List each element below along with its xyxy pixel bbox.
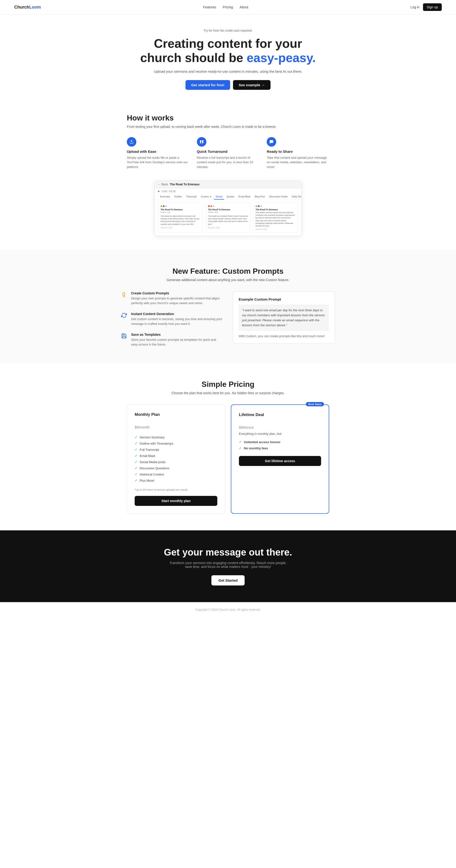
example-box-title: Example Custom Prompt xyxy=(239,297,329,301)
hero-headline-highlight: easy-peasy. xyxy=(247,51,316,65)
card-1-title: The Road To Emmaus xyxy=(161,208,200,211)
tab-quotes[interactable]: Quotes xyxy=(225,194,236,199)
lifetime-intro: Everything in monthly plan, but: xyxy=(239,432,321,436)
tab-email-blast[interactable]: Email Blast xyxy=(236,194,252,199)
card-3-title: The Road To Emmaus xyxy=(256,208,295,211)
custom-feature-2-desc: Get custom content in seconds, saving yo… xyxy=(131,317,223,326)
demo-tabs: Summary Outline Transcript Custom ✦ Soci… xyxy=(155,194,301,200)
monthly-note: *Up to 25 hours of sermon uploads per mo… xyxy=(135,488,217,491)
feature-outline: ✓Outline with Timestamps xyxy=(135,441,217,445)
custom-feature-1-content: Create Custom Prompts Design your own pr… xyxy=(131,291,223,305)
nav-link-about[interactable]: About xyxy=(240,5,249,9)
get-started-button[interactable]: Get started for free! xyxy=(186,80,230,90)
feature-transcript: ✓Full Transcript xyxy=(135,447,217,452)
refresh-icon xyxy=(121,312,128,319)
hero-headline-1: Creating content for your xyxy=(154,37,302,50)
hero-section: Try for free! No credit card required. C… xyxy=(0,14,456,99)
get-lifetime-button[interactable]: Get lifetime access xyxy=(239,456,321,466)
hero-headline-2: church should be xyxy=(140,51,247,65)
feature-2-title: Quick Turnaround xyxy=(197,150,259,154)
custom-feature-1-title: Create Custom Prompts xyxy=(131,291,223,295)
login-button[interactable]: Log in xyxy=(411,5,419,9)
custom-prompts-title: New Feature: Custom Prompts xyxy=(121,267,335,276)
dot-red-2 xyxy=(208,205,210,207)
card-2-author: Pastor Jack xyxy=(208,211,248,213)
see-example-button[interactable]: See example → xyxy=(233,80,270,90)
custom-feature-1-desc: Design your own prompts to generate spec… xyxy=(131,296,223,305)
feature-share: Ready to Share Take that content and spr… xyxy=(267,137,329,169)
example-note-text: With Custom, you can create prompts like… xyxy=(239,334,329,338)
how-it-works-section: How it works From testing your first upl… xyxy=(0,99,456,250)
card-1-date: March 30, 2024 xyxy=(161,227,200,228)
lifetime-features-list: ✓Unlimited access forever ✓No monthly fe… xyxy=(239,440,321,450)
nav-links: Features Pricing About xyxy=(203,5,249,9)
logo-text-church: Church xyxy=(14,5,29,9)
how-it-works-subtitle: From testing your first upload, to comin… xyxy=(127,125,329,128)
dot-blue-1 xyxy=(163,205,165,207)
dot-gray-1 xyxy=(165,205,167,207)
dot-orange-2 xyxy=(210,205,212,207)
dot-gray-2 xyxy=(213,205,215,207)
tab-daily[interactable]: Daily Devotions xyxy=(290,194,301,199)
pricing-grid: Monthly Plan $9/month ✓Sermon Summary ✓O… xyxy=(127,404,329,514)
custom-feature-2-title: Instant Content Generation xyxy=(131,312,223,316)
monthly-plan-name: Monthly Plan xyxy=(135,412,217,417)
feature-1-desc: Simply upload the audio file or paste a … xyxy=(127,155,189,169)
feature-turnaround: Quick Turnaround Receive a full transcri… xyxy=(197,137,259,169)
feature-plus: ✓Plus More! xyxy=(135,478,217,483)
feature-3-title: Ready to Share xyxy=(267,150,329,154)
tab-summary[interactable]: Summary xyxy=(158,194,172,199)
monthly-features-list: ✓Sermon Summary ✓Outline with Timestamps… xyxy=(135,435,217,483)
pricing-section: Simple Pricing Choose the plan that work… xyxy=(0,363,456,530)
feature-sermon-summary: ✓Sermon Summary xyxy=(135,435,217,439)
lifetime-plan-price: $99/once xyxy=(239,420,321,431)
dot-yellow-1 xyxy=(161,205,162,207)
tab-transcript[interactable]: Transcript xyxy=(184,194,198,199)
demo-card-3: The Road To Emmaus This week's sermon de… xyxy=(253,203,298,233)
example-custom-prompt-box: Example Custom Prompt "I want to send on… xyxy=(233,291,335,344)
tab-discussion[interactable]: Discussion Guide xyxy=(267,194,290,199)
navbar: ChurchLoom Features Pricing About Log in… xyxy=(0,0,456,14)
hero-try-label: Try for free! No credit card required. xyxy=(138,29,318,32)
check-icon: ✓ xyxy=(239,446,242,450)
start-monthly-button[interactable]: Start monthly plan xyxy=(135,496,217,506)
demo-sermon-title: The Road To Emmaus xyxy=(170,183,199,186)
tab-blog-post[interactable]: Blog Post xyxy=(253,194,267,199)
nav-link-pricing[interactable]: Pricing xyxy=(223,5,233,9)
custom-feature-3-content: Save as Templates Store your favorite cu… xyxy=(131,333,223,347)
pricing-subtitle: Choose the plan that works best for you.… xyxy=(127,391,329,395)
lifetime-plan-name: Lifetime Deal xyxy=(239,412,321,417)
cta-title: Get your message out there. xyxy=(6,547,450,558)
tab-outline[interactable]: Outline xyxy=(172,194,184,199)
check-icon: ✓ xyxy=(135,466,138,470)
card-1-text: This week we talked about the power and … xyxy=(161,215,200,225)
signup-button[interactable]: Sign up xyxy=(423,3,442,11)
feature-no-fees: ✓No monthly fees xyxy=(239,446,321,450)
feature-social: ✓Social Media posts xyxy=(135,460,217,464)
feature-3-desc: Take that content and spread your messag… xyxy=(267,155,329,169)
lightbulb-icon xyxy=(121,292,128,299)
feature-2-desc: Receive a full transcript and a bunch of… xyxy=(197,155,259,169)
nav-link-features[interactable]: Features xyxy=(203,5,216,9)
feature-email: ✓Email Blast xyxy=(135,454,217,458)
tab-custom[interactable]: Custom ✦ xyxy=(199,194,214,199)
check-icon: ✓ xyxy=(135,447,138,452)
share-icon xyxy=(267,137,276,147)
pricing-card-lifetime: Best Value Lifetime Deal $99/once Everyt… xyxy=(231,404,329,514)
quote-icon xyxy=(197,137,206,147)
custom-feature-1: Create Custom Prompts Design your own pr… xyxy=(121,291,223,305)
save-icon xyxy=(121,333,128,340)
demo-container: ← Back The Road To Emmaus ▶ 0:00 / 39:38… xyxy=(154,181,302,236)
footer-copyright: Copyright © 2024 Church Loom. All rights… xyxy=(195,608,261,611)
feature-1-title: Upload with Ease xyxy=(127,150,189,154)
dot-yellow-3 xyxy=(256,205,257,207)
tab-social[interactable]: Social xyxy=(214,194,224,199)
pricing-card-monthly: Monthly Plan $9/month ✓Sermon Summary ✓O… xyxy=(127,404,225,514)
upload-icon xyxy=(127,137,136,147)
card-3-text: This week's sermon delved into the profo… xyxy=(256,211,295,227)
example-quote-text: "I want to send one email per day for th… xyxy=(239,305,329,331)
demo-content: The Road To Emmaus Pastor Jack This week… xyxy=(155,200,301,236)
cta-get-started-button[interactable]: Get Started xyxy=(211,575,245,586)
pricing-title: Simple Pricing xyxy=(127,380,329,389)
hero-headline: Creating content for your church should … xyxy=(138,37,318,65)
